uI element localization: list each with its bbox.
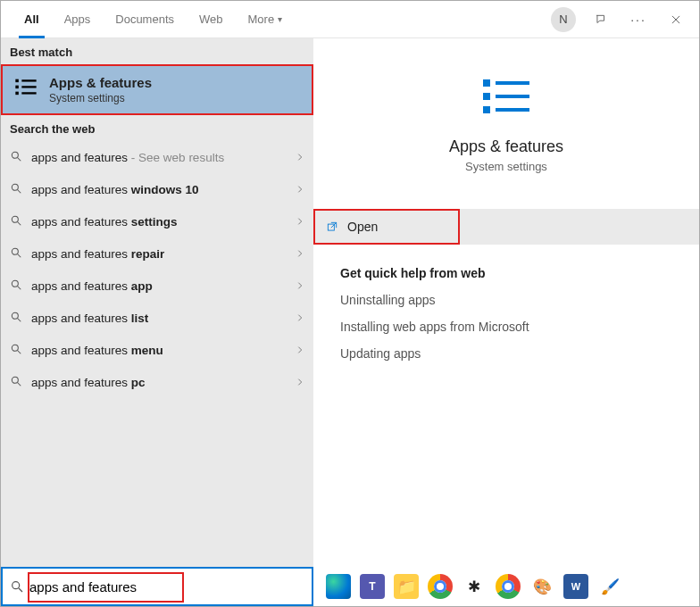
best-match-result[interactable]: Apps & features System settings <box>1 64 313 115</box>
open-label: Open <box>347 220 378 234</box>
best-match-label: Best match <box>1 38 313 64</box>
chevron-right-icon <box>296 343 304 357</box>
web-result-item[interactable]: apps and features menu <box>1 334 313 366</box>
help-title: Get quick help from web <box>340 266 672 280</box>
svg-point-14 <box>12 280 18 287</box>
web-result-text: apps and features windows 10 <box>31 183 287 196</box>
help-link[interactable]: Updating apps <box>340 346 672 361</box>
list-icon <box>13 75 38 103</box>
web-result-text: apps and features repair <box>31 247 287 261</box>
svg-point-10 <box>12 216 18 222</box>
web-result-text: apps and features pc <box>31 376 287 389</box>
svg-line-7 <box>18 157 21 161</box>
tab-documents[interactable]: Documents <box>103 1 187 38</box>
svg-line-17 <box>18 318 21 321</box>
preview-subtitle: System settings <box>313 160 699 173</box>
chevron-right-icon <box>296 246 304 261</box>
taskbar-app-edge[interactable] <box>326 574 351 599</box>
top-tab-bar: All Apps Documents Web More▾ N ··· <box>1 1 699 38</box>
search-web-label: Search the web <box>1 115 313 141</box>
web-result-item[interactable]: apps and features settings <box>1 205 313 237</box>
web-result-item[interactable]: apps and features - See web results <box>1 141 313 173</box>
svg-rect-2 <box>15 92 19 96</box>
chevron-right-icon <box>296 311 304 325</box>
open-button[interactable]: Open <box>313 209 460 245</box>
best-match-subtitle: System settings <box>49 92 152 104</box>
web-result-text: apps and features - See web results <box>31 151 287 164</box>
bottom-bar: T 📁 ✱ 🎨 W 🖌️ <box>1 567 699 606</box>
tab-more[interactable]: More▾ <box>236 1 296 38</box>
user-avatar[interactable]: N <box>551 7 576 32</box>
close-icon[interactable] <box>663 7 688 32</box>
svg-point-20 <box>12 377 18 383</box>
web-result-item[interactable]: apps and features pc <box>1 366 313 398</box>
svg-line-21 <box>18 382 21 386</box>
chevron-right-icon <box>296 279 304 293</box>
web-result-item[interactable]: apps and features windows 10 <box>1 173 313 205</box>
best-match-title: Apps & features <box>49 75 152 90</box>
search-icon <box>10 279 22 294</box>
feedback-icon[interactable] <box>588 7 613 32</box>
web-result-text: apps and features app <box>31 279 287 293</box>
search-icon <box>10 150 22 165</box>
search-icon <box>10 343 22 358</box>
results-panel: Best match Apps & features System settin… <box>1 38 313 606</box>
search-input[interactable] <box>29 579 304 595</box>
svg-point-6 <box>12 152 18 158</box>
taskbar-app-file-explorer[interactable]: 📁 <box>394 574 419 599</box>
search-icon <box>10 182 22 197</box>
search-box[interactable] <box>1 567 313 606</box>
search-icon <box>10 375 22 390</box>
taskbar-app-slack[interactable]: ✱ <box>462 574 487 599</box>
open-external-icon <box>326 220 338 233</box>
svg-rect-23 <box>483 93 490 100</box>
svg-point-16 <box>12 312 18 319</box>
help-link[interactable]: Uninstalling apps <box>340 293 672 307</box>
svg-rect-22 <box>483 79 490 87</box>
search-icon <box>10 246 22 262</box>
svg-point-18 <box>12 345 18 351</box>
search-icon <box>10 579 24 594</box>
preview-panel: Apps & features System settings Open Get… <box>313 38 699 606</box>
more-options-icon[interactable]: ··· <box>626 7 651 32</box>
web-result-item[interactable]: apps and features app <box>1 270 313 302</box>
chevron-down-icon: ▾ <box>278 14 282 24</box>
svg-point-8 <box>12 184 18 190</box>
window-frame: All Apps Documents Web More▾ N ··· Best … <box>0 0 700 607</box>
preview-title: Apps & features <box>313 137 699 156</box>
tab-more-label: More <box>248 12 275 26</box>
svg-rect-26 <box>496 95 529 98</box>
taskbar-app-chrome-2[interactable] <box>496 574 521 599</box>
svg-line-13 <box>18 254 21 257</box>
tab-all[interactable]: All <box>12 1 52 38</box>
tab-apps[interactable]: Apps <box>52 1 104 38</box>
web-results-list: apps and features - See web resultsapps … <box>1 141 313 606</box>
chevron-right-icon <box>296 150 304 164</box>
search-icon <box>10 214 22 229</box>
taskbar-app-teams[interactable]: T <box>360 574 385 599</box>
search-icon <box>10 311 22 326</box>
svg-line-19 <box>18 350 21 353</box>
svg-rect-24 <box>483 106 490 113</box>
web-result-item[interactable]: apps and features repair <box>1 237 313 270</box>
svg-rect-27 <box>496 108 529 112</box>
tab-web[interactable]: Web <box>187 1 236 38</box>
svg-point-12 <box>12 248 18 254</box>
svg-line-11 <box>18 221 21 225</box>
chevron-right-icon <box>296 375 304 389</box>
taskbar-app-chrome[interactable] <box>428 574 453 599</box>
web-result-text: apps and features list <box>31 312 287 325</box>
svg-line-15 <box>18 286 21 289</box>
taskbar-app-word[interactable]: W <box>563 574 588 599</box>
web-result-item[interactable]: apps and features list <box>1 302 313 334</box>
svg-rect-25 <box>496 81 529 85</box>
svg-line-9 <box>18 189 21 193</box>
taskbar-app-paint[interactable]: 🖌️ <box>597 574 622 599</box>
chevron-right-icon <box>296 214 304 229</box>
taskbar: T 📁 ✱ 🎨 W 🖌️ <box>313 567 699 606</box>
help-link[interactable]: Installing web apps from Microsoft <box>340 320 672 334</box>
web-result-text: apps and features menu <box>31 344 287 357</box>
taskbar-app-snagit[interactable]: 🎨 <box>529 574 554 599</box>
content-columns: Best match Apps & features System settin… <box>1 38 699 606</box>
svg-point-29 <box>12 582 20 589</box>
